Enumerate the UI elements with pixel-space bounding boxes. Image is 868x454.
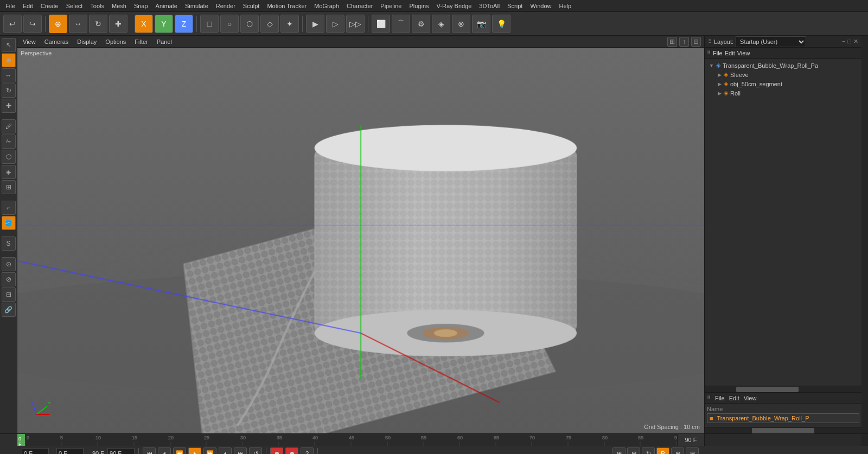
- goto-start-button[interactable]: ⏮: [143, 447, 156, 454]
- menu-edit[interactable]: Edit: [20, 2, 36, 10]
- menu-mograph[interactable]: MoGraph: [311, 2, 342, 10]
- current-frame-input[interactable]: [22, 448, 49, 454]
- snap-to-grid[interactable]: ⊟: [627, 447, 640, 454]
- tree-item-roll[interactable]: ▶ ◈ Roll: [707, 88, 859, 98]
- menu-help[interactable]: Help: [556, 2, 575, 10]
- tree-label-sleeve[interactable]: Sleeve: [730, 72, 749, 78]
- select-tool-sidebar[interactable]: ↖: [2, 38, 16, 52]
- right-panel-minimize[interactable]: −: [842, 38, 845, 45]
- timeline-marker[interactable]: 0 F: [17, 434, 25, 446]
- menu-mesh[interactable]: Mesh: [108, 2, 130, 10]
- frame-end-input[interactable]: [107, 448, 135, 454]
- move-tool-sidebar[interactable]: ⊕: [2, 53, 16, 67]
- polygon-pen-sidebar[interactable]: 🖊: [2, 119, 16, 133]
- viewport-icon-3[interactable]: ⊟: [691, 37, 701, 47]
- menu-render[interactable]: Render: [213, 2, 239, 10]
- layout-dropdown[interactable]: Startup (User): [736, 36, 806, 47]
- record-auto-button[interactable]: ⏺: [285, 447, 298, 454]
- tree-item-obj50[interactable]: ▶ ◈ obj_50cm_segment: [707, 79, 859, 88]
- menu-sculpt[interactable]: Sculpt: [240, 2, 263, 10]
- tree-label-obj50[interactable]: obj_50cm_segment: [730, 81, 782, 87]
- right-panel-maximize[interactable]: □: [847, 38, 851, 45]
- goto-end-button[interactable]: ⏭: [234, 447, 247, 454]
- menu-motion-tracker[interactable]: Motion Tracker: [264, 2, 310, 10]
- menu-animate[interactable]: Animate: [152, 2, 181, 10]
- point-mode-button[interactable]: ✦: [280, 15, 299, 33]
- rotate-tool-button[interactable]: ↻: [89, 15, 107, 33]
- menu-plugins[interactable]: Plugins: [406, 2, 432, 10]
- prop-view-menu[interactable]: View: [744, 395, 757, 401]
- paint-sidebar[interactable]: 🪣: [2, 216, 16, 230]
- bridge-sidebar[interactable]: ⊞: [2, 180, 16, 194]
- render-view-button[interactable]: ▶: [306, 15, 324, 33]
- extrude-sidebar[interactable]: ⬡: [2, 150, 16, 164]
- render-button[interactable]: ▷: [326, 15, 344, 33]
- loop-button[interactable]: ↺: [249, 447, 262, 454]
- object-mode-button[interactable]: □: [200, 15, 219, 33]
- h-scrollbar[interactable]: [705, 386, 861, 392]
- menu-tools[interactable]: Tools: [87, 2, 107, 10]
- menu-3dtoall[interactable]: 3DToAll: [476, 2, 503, 10]
- menu-pipeline[interactable]: Pipeline: [377, 2, 405, 10]
- bevel-sidebar[interactable]: ◈: [2, 165, 16, 179]
- viewport-icon-1[interactable]: ⊞: [667, 37, 677, 47]
- snap-rotate[interactable]: ↻: [642, 447, 655, 454]
- render-all-button[interactable]: ▷▷: [346, 15, 365, 33]
- edge-mode-button[interactable]: ◇: [260, 15, 279, 33]
- menu-window[interactable]: Window: [527, 2, 554, 10]
- x-axis-button[interactable]: X: [135, 15, 153, 33]
- viewport-filter-menu[interactable]: Filter: [132, 37, 150, 46]
- viewport[interactable]: View Cameras Display Options Filter Pane…: [17, 36, 704, 433]
- next-frame-button[interactable]: ⏴: [219, 447, 232, 454]
- current-frame-input-2[interactable]: [56, 448, 84, 454]
- polygon-mode-button[interactable]: ⬡: [240, 15, 259, 33]
- move-tool-button[interactable]: ⊕: [49, 15, 67, 33]
- obj-view-menu[interactable]: View: [737, 50, 750, 56]
- spline-button[interactable]: ⌒: [392, 15, 410, 33]
- play-button[interactable]: ⏵: [188, 447, 201, 454]
- deformer-button[interactable]: ◈: [432, 15, 450, 33]
- snap-p[interactable]: P: [656, 447, 669, 454]
- magnet-sidebar[interactable]: ⊙: [2, 257, 16, 271]
- viewport-icon-2[interactable]: ↑: [679, 37, 689, 47]
- prev-step-button[interactable]: ⏪: [173, 447, 186, 454]
- component-mode-button[interactable]: ○: [220, 15, 239, 33]
- wrap-sidebar[interactable]: ⊘: [2, 272, 16, 286]
- snap-toggle[interactable]: ⊟: [686, 447, 699, 454]
- viewport-options-menu[interactable]: Options: [103, 37, 128, 46]
- snap-options[interactable]: ⊞: [671, 447, 684, 454]
- tree-label-root[interactable]: Transparent_Bubble_Wrap_Roll_Pa: [723, 62, 818, 69]
- menu-simulate[interactable]: Simulate: [182, 2, 212, 10]
- selected-object-row[interactable]: ■ Transparent_Bubble_Wrap_Roll_P: [707, 413, 859, 423]
- menu-select[interactable]: Select: [63, 2, 86, 10]
- smooth-sidebar[interactable]: S: [2, 236, 16, 251]
- prev-frame-button[interactable]: ⏴: [158, 447, 171, 454]
- viewport-panel-menu[interactable]: Panel: [155, 37, 174, 46]
- light-button[interactable]: 💡: [492, 15, 510, 33]
- h-scrollbar-thumb[interactable]: [736, 387, 799, 392]
- camera-button[interactable]: 📷: [472, 15, 490, 33]
- rotate-tool-sidebar[interactable]: ↻: [2, 84, 16, 98]
- scale-tool-sidebar[interactable]: ↔: [2, 68, 16, 82]
- undo-button[interactable]: ↩: [3, 15, 22, 33]
- record-button[interactable]: ⏺: [270, 447, 283, 454]
- transform-button[interactable]: ✚: [109, 15, 127, 33]
- viewport-display-menu[interactable]: Display: [75, 37, 99, 46]
- menu-character[interactable]: Character: [343, 2, 376, 10]
- menu-script[interactable]: Script: [504, 2, 526, 10]
- obj-file-menu[interactable]: File: [713, 50, 723, 56]
- knife-sidebar[interactable]: ✁: [2, 135, 16, 149]
- scale-tool-button[interactable]: ↔: [69, 15, 87, 33]
- menu-create[interactable]: Create: [37, 2, 62, 10]
- right-panel-scrollbar-thumb[interactable]: [752, 428, 815, 433]
- grid-sidebar[interactable]: ⊟: [2, 287, 16, 302]
- y-axis-button[interactable]: Y: [155, 15, 173, 33]
- snap-sidebar[interactable]: 🔗: [2, 303, 16, 317]
- generator-button[interactable]: ⚙: [412, 15, 430, 33]
- next-step-button[interactable]: ⏩: [203, 447, 216, 454]
- redo-button[interactable]: ↪: [23, 15, 42, 33]
- tree-item-sleeve[interactable]: ▶ ◈ Sleeve: [707, 70, 859, 79]
- z-axis-button[interactable]: Z: [175, 15, 193, 33]
- timeline-ruler[interactable]: 0 5 10 15 20 25 30 35 40 45 50 55 60 65 …: [25, 434, 677, 446]
- prop-edit-menu[interactable]: Edit: [729, 395, 739, 401]
